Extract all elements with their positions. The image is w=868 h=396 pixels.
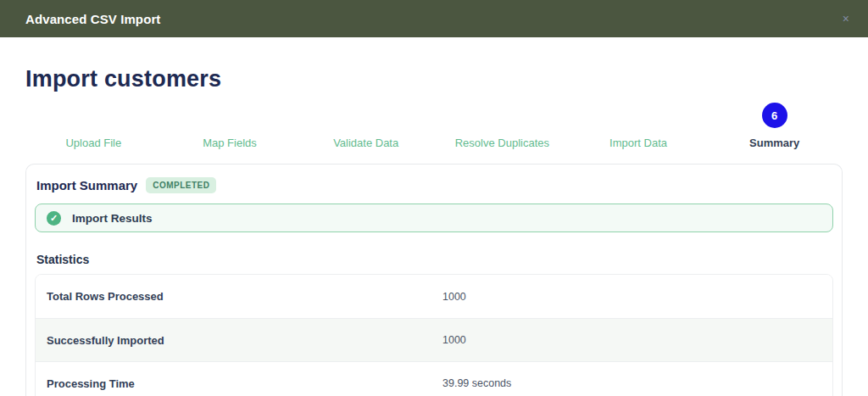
stat-value: 39.99 seconds bbox=[434, 377, 832, 389]
stat-label: Processing Time bbox=[36, 377, 434, 390]
step-label: Resolve Duplicates bbox=[455, 137, 549, 149]
table-row: Processing Time 39.99 seconds bbox=[36, 361, 832, 396]
import-results-label: Import Results bbox=[72, 212, 153, 225]
stepper: Upload File Map Fields Validate Data Res… bbox=[25, 103, 843, 149]
statistics-table: Total Rows Processed 1000 Successfully I… bbox=[35, 274, 833, 396]
status-badge: COMPLETED bbox=[146, 177, 216, 193]
stepper-step-validate-data[interactable]: Validate Data bbox=[298, 103, 434, 149]
step-label: Summary bbox=[749, 137, 799, 149]
stepper-step-summary[interactable]: 6 Summary bbox=[706, 103, 843, 149]
active-step-number-badge: 6 bbox=[762, 103, 787, 128]
modal-title: Advanced CSV Import bbox=[25, 12, 160, 26]
stat-value: 1000 bbox=[434, 334, 832, 346]
stepper-step-map-fields[interactable]: Map Fields bbox=[162, 103, 298, 149]
stepper-step-import-data[interactable]: Import Data bbox=[570, 103, 707, 149]
table-row: Successfully Imported 1000 bbox=[36, 318, 832, 361]
stat-value: 1000 bbox=[434, 291, 832, 303]
stepper-step-upload-file[interactable]: Upload File bbox=[25, 103, 162, 149]
step-label: Map Fields bbox=[203, 137, 257, 149]
stat-label: Total Rows Processed bbox=[36, 290, 434, 303]
import-summary-panel: Import Summary COMPLETED ✓ Import Result… bbox=[25, 164, 843, 396]
check-circle-icon: ✓ bbox=[47, 211, 61, 226]
step-label: Upload File bbox=[65, 137, 121, 149]
panel-title: Import Summary bbox=[36, 178, 137, 192]
main-content: Import customers Upload File Map Fields … bbox=[0, 66, 868, 396]
page-title: Import customers bbox=[25, 66, 843, 92]
step-badge-slot: 6 bbox=[762, 103, 787, 128]
stat-label: Successfully Imported bbox=[36, 334, 434, 347]
step-label: Import Data bbox=[609, 137, 667, 149]
table-row: Total Rows Processed 1000 bbox=[36, 275, 832, 318]
import-results-banner[interactable]: ✓ Import Results bbox=[35, 204, 833, 232]
modal-header: Advanced CSV Import × bbox=[0, 0, 868, 37]
panel-header: Import Summary COMPLETED bbox=[35, 177, 833, 193]
step-label: Validate Data bbox=[333, 137, 398, 149]
statistics-heading: Statistics bbox=[35, 253, 833, 266]
close-icon[interactable]: × bbox=[839, 9, 853, 28]
stepper-step-resolve-duplicates[interactable]: Resolve Duplicates bbox=[434, 103, 570, 149]
